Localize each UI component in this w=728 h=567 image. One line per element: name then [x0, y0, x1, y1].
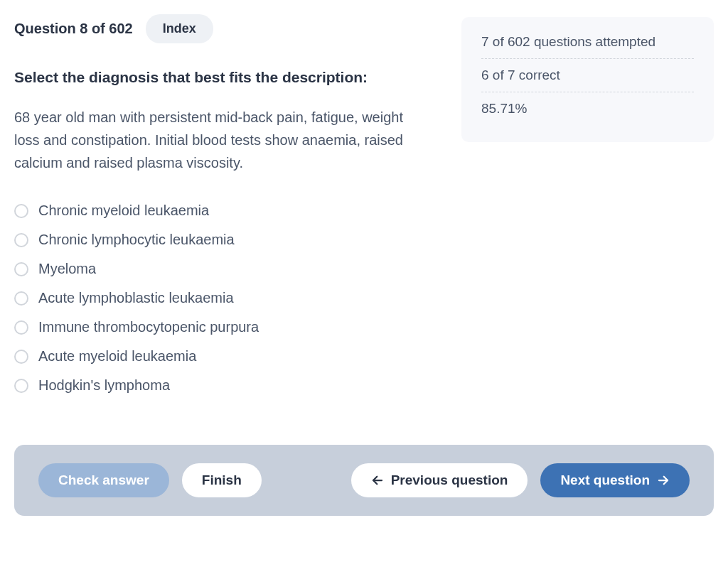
option-label: Acute myeloid leukaemia: [38, 348, 196, 364]
footer-bar: Check answer Finish Previous question Ne…: [14, 445, 714, 516]
options-list: Chronic myeloid leukaemia Chronic lympho…: [14, 202, 440, 394]
radio-icon: [14, 262, 28, 276]
option-4[interactable]: Immune thrombocytopenic purpura: [14, 319, 440, 335]
previous-question-button[interactable]: Previous question: [351, 463, 528, 497]
option-label: Hodgkin's lymphoma: [38, 377, 170, 394]
option-3[interactable]: Acute lymphoblastic leukaemia: [14, 290, 440, 306]
option-label: Chronic myeloid leukaemia: [38, 202, 209, 219]
option-label: Myeloma: [38, 261, 96, 277]
stats-sidebar: 7 of 602 questions attempted 6 of 7 corr…: [461, 17, 714, 142]
radio-icon: [14, 350, 28, 364]
question-counter: Question 8 of 602: [14, 21, 133, 37]
arrow-left-icon: [371, 474, 384, 487]
stat-attempted: 7 of 602 questions attempted: [481, 34, 694, 59]
stat-percent: 85.71%: [481, 92, 694, 125]
radio-icon: [14, 320, 28, 335]
arrow-right-icon: [657, 474, 670, 487]
option-1[interactable]: Chronic lymphocytic leukaemia: [14, 232, 440, 248]
radio-icon: [14, 291, 28, 306]
finish-button[interactable]: Finish: [182, 463, 262, 497]
option-label: Chronic lymphocytic leukaemia: [38, 232, 235, 248]
next-question-button[interactable]: Next question: [540, 463, 690, 497]
question-title: Select the diagnosis that best fits the …: [14, 69, 440, 86]
radio-icon: [14, 233, 28, 247]
question-body: 68 year old man with persistent mid-back…: [14, 106, 427, 174]
radio-icon: [14, 204, 28, 218]
option-0[interactable]: Chronic myeloid leukaemia: [14, 202, 440, 219]
option-6[interactable]: Hodgkin's lymphoma: [14, 377, 440, 394]
option-label: Acute lymphoblastic leukaemia: [38, 290, 234, 306]
question-header: Question 8 of 602 Index: [14, 14, 440, 43]
check-answer-button[interactable]: Check answer: [38, 463, 169, 497]
option-5[interactable]: Acute myeloid leukaemia: [14, 348, 440, 364]
option-label: Immune thrombocytopenic purpura: [38, 319, 259, 335]
option-2[interactable]: Myeloma: [14, 261, 440, 277]
main-content: Question 8 of 602 Index Select the diagn…: [14, 14, 440, 394]
previous-question-label: Previous question: [391, 472, 508, 488]
index-button[interactable]: Index: [146, 14, 213, 43]
radio-icon: [14, 379, 28, 393]
stat-correct: 6 of 7 correct: [481, 59, 694, 92]
next-question-label: Next question: [560, 472, 650, 488]
